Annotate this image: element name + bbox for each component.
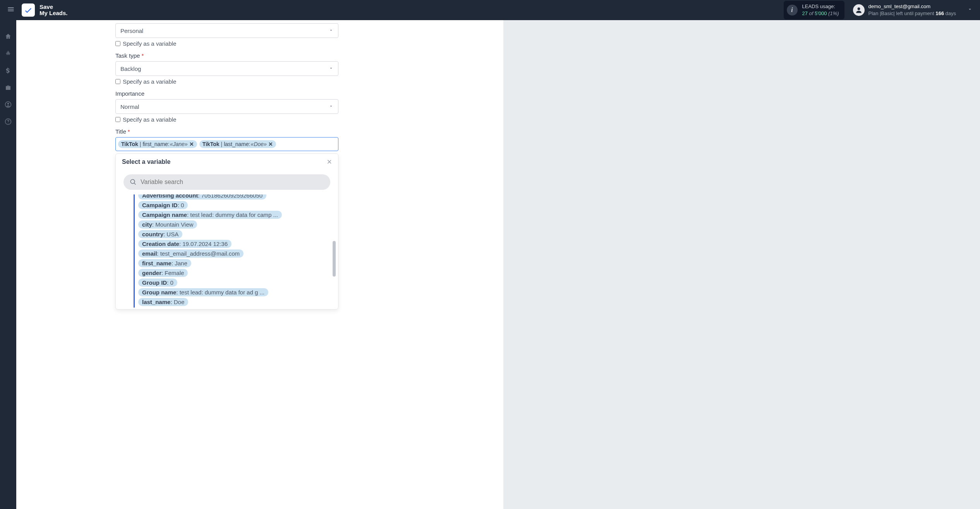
- variable-option[interactable]: gender: Female: [138, 269, 188, 277]
- user-icon: [855, 6, 863, 14]
- left-sidebar: [0, 20, 16, 509]
- usage-text: LEADS usage: 27 of 5'000 (1%): [802, 3, 839, 17]
- field-title: Title* TikTok|first_name: «Jane» ✕TikTok…: [115, 128, 338, 310]
- chevron-down-icon: [329, 66, 333, 71]
- variable-list: Advertising account: 7051862609259266050…: [138, 194, 329, 306]
- field-personal: Personal Specify as a variable: [115, 23, 338, 47]
- task-type-label: Task type: [115, 52, 140, 59]
- svg-point-4: [8, 123, 9, 124]
- variable-list-container: Advertising account: 7051862609259266050…: [116, 194, 338, 309]
- title-tag: TikTok|first_name: «Jane» ✕: [118, 140, 197, 148]
- variable-option[interactable]: country: USA: [138, 230, 182, 238]
- variable-option[interactable]: first_name: Jane: [138, 259, 191, 267]
- chevron-down-icon: [329, 28, 333, 33]
- required-marker: *: [141, 52, 144, 59]
- title-label: Title: [115, 128, 126, 135]
- top-header: Save My Leads. i LEADS usage: 27 of 5'00…: [0, 0, 980, 20]
- usage-used: 27: [802, 10, 808, 16]
- variable-option[interactable]: Campaign ID: 0: [138, 201, 188, 209]
- importance-value: Normal: [120, 103, 139, 110]
- variable-search-box: [124, 174, 330, 190]
- main-area: Personal Specify as a variable Task type…: [16, 20, 980, 509]
- sidebar-item-help[interactable]: [3, 117, 13, 126]
- usage-panel[interactable]: i LEADS usage: 27 of 5'000 (1%): [784, 1, 844, 19]
- usage-values: 27 of 5'000 (1%): [802, 10, 839, 17]
- sidebar-item-home[interactable]: [3, 32, 13, 41]
- variable-option[interactable]: Group ID: 0: [138, 279, 177, 287]
- dollar-icon: [5, 67, 12, 74]
- brand-logo[interactable]: [22, 3, 35, 17]
- hamburger-icon: [7, 5, 15, 13]
- importance-specify-label: Specify as a variable: [123, 116, 176, 123]
- title-tag: TikTok|last_name: «Doe» ✕: [199, 140, 276, 148]
- chevron-down-icon: [967, 7, 973, 12]
- variable-panel-title: Select a variable: [122, 158, 170, 165]
- sidebar-item-connections[interactable]: [3, 49, 13, 58]
- search-icon: [130, 179, 137, 186]
- variable-option[interactable]: Creation date: 19.07.2024 12:36: [138, 240, 232, 248]
- menu-toggle-button[interactable]: [5, 3, 17, 17]
- personal-value: Personal: [120, 28, 143, 34]
- brand-line1: Save: [39, 4, 68, 10]
- variable-option[interactable]: last_name: Doe: [138, 298, 188, 306]
- variable-panel-close[interactable]: ×: [327, 158, 332, 166]
- variable-search-input[interactable]: [141, 179, 324, 186]
- importance-select[interactable]: Normal: [115, 99, 338, 114]
- variable-option[interactable]: Advertising account: 7051862609259266050: [138, 194, 266, 199]
- variable-option[interactable]: email: test_email_address@mail.com: [138, 249, 244, 258]
- sidebar-item-account[interactable]: [3, 100, 13, 109]
- tag-remove[interactable]: ✕: [268, 141, 273, 147]
- required-marker: *: [128, 128, 130, 135]
- svg-point-0: [857, 7, 860, 10]
- importance-specify-checkbox[interactable]: [115, 117, 120, 122]
- usage-label: LEADS usage:: [802, 3, 839, 10]
- info-icon: i: [787, 5, 798, 15]
- sitemap-icon: [5, 50, 12, 57]
- personal-specify-checkbox[interactable]: [115, 41, 120, 46]
- usage-of: of: [809, 10, 814, 16]
- usage-pct: (1%): [828, 10, 839, 16]
- form-panel: Personal Specify as a variable Task type…: [16, 20, 503, 509]
- accent-bar: [134, 194, 135, 308]
- avatar-icon: [853, 4, 865, 16]
- scrollbar-thumb[interactable]: [333, 241, 336, 277]
- task-type-select[interactable]: Backlog: [115, 61, 338, 76]
- importance-label: Importance: [115, 90, 144, 97]
- task-type-specify-label: Specify as a variable: [123, 78, 176, 85]
- briefcase-icon: [5, 84, 12, 91]
- field-importance: Importance Normal Specify as a variable: [115, 90, 338, 123]
- sidebar-item-billing[interactable]: [3, 66, 13, 75]
- field-task-type: Task type* Backlog Specify as a variable: [115, 52, 338, 85]
- question-icon: [5, 118, 12, 125]
- variable-dropdown: Select a variable × Advertising account:…: [115, 153, 338, 310]
- variable-option[interactable]: city: Mountain View: [138, 220, 197, 229]
- home-icon: [5, 33, 12, 40]
- user-circle-icon: [5, 101, 12, 108]
- brand-line2: My Leads.: [39, 10, 68, 17]
- svg-point-2: [7, 103, 9, 105]
- user-email: demo_sml_test@gmail.com: [868, 3, 956, 10]
- brand-name: Save My Leads.: [39, 4, 68, 17]
- personal-specify-label: Specify as a variable: [123, 40, 176, 47]
- form-column: Personal Specify as a variable Task type…: [115, 20, 338, 310]
- tag-remove[interactable]: ✕: [189, 141, 194, 147]
- checkmark-icon: [24, 5, 33, 15]
- task-type-specify-checkbox[interactable]: [115, 79, 120, 84]
- variable-option[interactable]: Campaign name: test lead: dummy data for…: [138, 211, 282, 219]
- variable-option[interactable]: Group name: test lead: dummy data for ad…: [138, 288, 268, 296]
- usage-total: 5'000: [815, 10, 827, 16]
- title-input[interactable]: TikTok|first_name: «Jane» ✕TikTok|last_n…: [115, 137, 338, 151]
- chevron-down-icon: [329, 104, 333, 108]
- user-menu-toggle[interactable]: [965, 4, 975, 16]
- user-info: demo_sml_test@gmail.com Plan |Basic| lef…: [868, 3, 956, 17]
- task-type-value: Backlog: [120, 65, 141, 72]
- user-plan: Plan |Basic| left until payment 166 days: [868, 10, 956, 17]
- user-menu[interactable]: demo_sml_test@gmail.com Plan |Basic| lef…: [853, 3, 956, 17]
- sidebar-item-briefcase[interactable]: [3, 83, 13, 92]
- personal-select[interactable]: Personal: [115, 23, 338, 38]
